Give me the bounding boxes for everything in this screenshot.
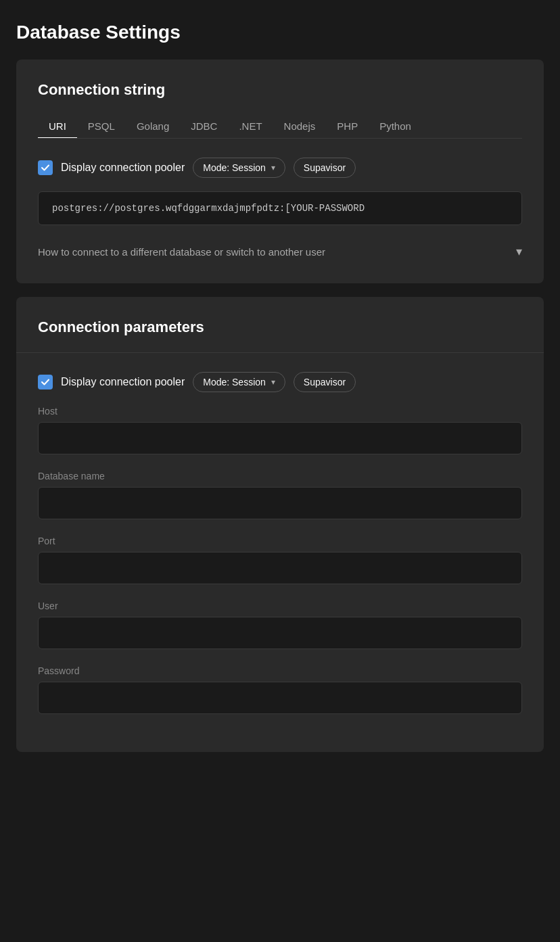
- how-to-connect-row[interactable]: How to connect to a different database o…: [38, 241, 522, 262]
- chevron-down-icon: ▾: [516, 244, 522, 259]
- params-mode-dropdown[interactable]: Mode: Session ▾: [193, 372, 285, 392]
- display-pooler-checkbox[interactable]: [38, 160, 53, 175]
- chevron-down-icon: ▾: [271, 163, 275, 172]
- database-name-value[interactable]: [38, 487, 522, 519]
- chevron-down-icon: ▾: [271, 377, 275, 387]
- port-value[interactable]: [38, 552, 522, 584]
- tab-psql[interactable]: PSQL: [77, 115, 126, 139]
- connection-string-title: Connection string: [38, 81, 522, 99]
- user-param-group: User: [38, 600, 522, 649]
- tab-golang[interactable]: Golang: [126, 115, 180, 139]
- user-value[interactable]: [38, 617, 522, 649]
- host-value[interactable]: [38, 422, 522, 454]
- connection-parameters-card: Connection parameters Display connection…: [16, 297, 544, 752]
- params-mode-label: Mode: Session: [203, 377, 266, 387]
- supavisor-button[interactable]: Supavisor: [294, 158, 356, 178]
- connection-string-tabs: URI PSQL Golang JDBC .NET Nodejs PHP Pyt…: [38, 115, 522, 139]
- tab-dotnet[interactable]: .NET: [228, 115, 273, 139]
- page-title: Database Settings: [16, 22, 544, 43]
- tab-uri[interactable]: URI: [38, 115, 77, 139]
- how-to-connect-text: How to connect to a different database o…: [38, 246, 325, 258]
- database-name-param-group: Database name: [38, 471, 522, 519]
- tab-jdbc[interactable]: JDBC: [180, 115, 228, 139]
- params-display-pooler-checkbox-wrapper: Display connection pooler: [38, 375, 185, 390]
- mode-dropdown[interactable]: Mode: Session ▾: [193, 158, 285, 178]
- connection-string-value[interactable]: postgres://postgres.wqfdggarmxdajmpfpdtz…: [38, 191, 522, 225]
- tab-php[interactable]: PHP: [326, 115, 369, 139]
- port-label: Port: [38, 536, 522, 546]
- params-display-pooler-row: Display connection pooler Mode: Session …: [38, 372, 522, 392]
- host-param-group: Host: [38, 406, 522, 454]
- connection-parameters-title: Connection parameters: [38, 319, 522, 336]
- connection-string-card: Connection string URI PSQL Golang JDBC .…: [16, 60, 544, 283]
- database-name-label: Database name: [38, 471, 522, 481]
- checkmark-icon: [41, 377, 50, 387]
- password-label: Password: [38, 665, 522, 676]
- display-pooler-row: Display connection pooler Mode: Session …: [38, 158, 522, 178]
- password-value[interactable]: [38, 682, 522, 714]
- tab-nodejs[interactable]: Nodejs: [273, 115, 327, 139]
- port-param-group: Port: [38, 536, 522, 584]
- checkmark-icon: [41, 163, 50, 172]
- display-pooler-checkbox-wrapper: Display connection pooler: [38, 160, 185, 175]
- params-display-pooler-label: Display connection pooler: [61, 376, 185, 388]
- mode-label: Mode: Session: [203, 162, 266, 173]
- params-supavisor-button[interactable]: Supavisor: [294, 372, 356, 392]
- params-display-pooler-checkbox[interactable]: [38, 375, 53, 390]
- host-label: Host: [38, 406, 522, 417]
- params-supavisor-label: Supavisor: [304, 377, 346, 387]
- card-divider: [16, 352, 544, 353]
- user-label: User: [38, 600, 522, 611]
- tab-python[interactable]: Python: [369, 115, 422, 139]
- display-pooler-label: Display connection pooler: [61, 162, 185, 174]
- password-param-group: Password: [38, 665, 522, 714]
- supavisor-label: Supavisor: [304, 162, 346, 173]
